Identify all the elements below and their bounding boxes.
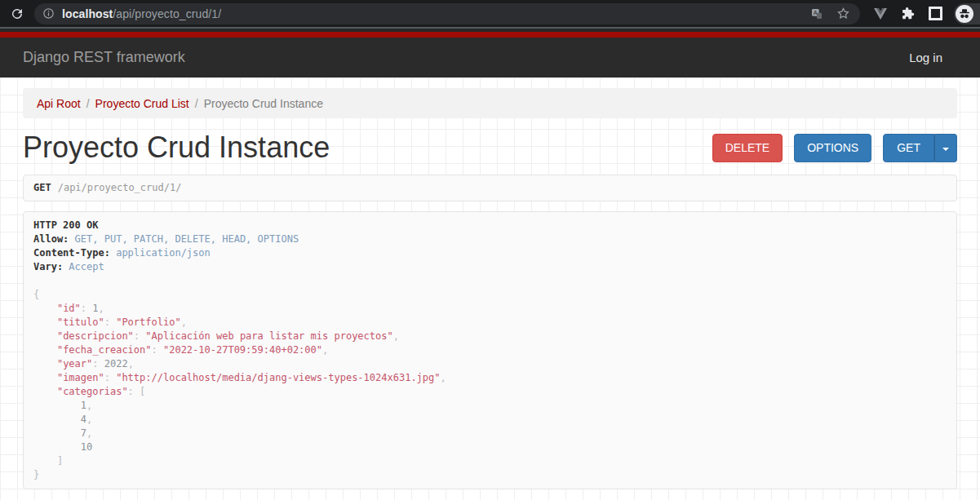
json-url-link[interactable]: "http://localhost/media/djang-views-type…	[116, 372, 440, 383]
url-text: localhost/api/proyecto_crud/1/	[62, 7, 221, 20]
json-line: 7,	[33, 427, 947, 440]
json-token: "year"	[57, 358, 92, 369]
json-token: :	[134, 330, 145, 342]
response-status-line: HTTP 200 OK	[33, 219, 947, 232]
response-header-row: Vary: Accept	[33, 260, 947, 274]
json-token: 2022	[104, 358, 128, 369]
response-info: HTTP 200 OK Allow: GET, PUT, PATCH, DELE…	[23, 211, 957, 489]
json-line: 4,	[33, 413, 947, 427]
json-token: "imagen"	[57, 372, 104, 383]
json-token: 4	[81, 414, 86, 425]
title-row: Proyecto Crud Instance DELETE OPTIONS GE…	[23, 132, 957, 164]
breadcrumb-current: Proyecto Crud Instance	[204, 97, 323, 110]
json-line: 10	[33, 440, 947, 454]
bookmark-star-icon[interactable]	[836, 7, 850, 20]
accent-stripe	[0, 32, 980, 38]
breadcrumb-separator: /	[195, 97, 198, 110]
breadcrumb-link-api-root[interactable]: Api Root	[37, 97, 81, 110]
vue-devtools-extension-icon[interactable]	[874, 8, 887, 20]
json-token	[33, 427, 81, 439]
square-extension-icon[interactable]	[929, 7, 942, 20]
login-link[interactable]: Log in	[909, 51, 942, 64]
json-token	[33, 316, 57, 328]
response-header-row: Content-Type: application/json	[33, 246, 947, 260]
json-token	[33, 358, 57, 369]
json-token: [	[140, 386, 145, 397]
get-format-dropdown-button[interactable]	[934, 134, 957, 162]
json-line: "fecha_creacion": "2022-10-27T09:59:40+0…	[33, 343, 947, 357]
json-line: "imagen": "http://localhost/media/djang-…	[33, 371, 947, 385]
json-token: 10	[81, 441, 92, 453]
json-token: "descripcion"	[57, 330, 134, 342]
blank-line	[33, 274, 947, 288]
json-token: ,	[86, 400, 92, 411]
json-token: ,	[393, 330, 399, 342]
action-buttons: DELETE OPTIONS GET	[712, 134, 957, 162]
json-token	[33, 344, 57, 356]
translate-icon[interactable]: A	[810, 7, 823, 20]
drf-navbar: Django REST framework Log in	[0, 38, 980, 77]
json-token: "titulo"	[57, 316, 104, 328]
json-line: "year": 2022,	[33, 357, 947, 371]
url-host: localhost	[62, 7, 113, 20]
header-value: Accept	[69, 261, 104, 272]
breadcrumb: Api Root / Proyecto Crud List / Proyecto…	[23, 88, 957, 118]
request-path: /api/proyecto_crud/1/	[58, 182, 182, 193]
json-token	[33, 455, 57, 467]
get-button[interactable]: GET	[883, 134, 934, 162]
json-token: ,	[86, 414, 92, 425]
json-token: {	[33, 289, 39, 300]
json-token: "Aplicación web para listar mis proyecto…	[145, 330, 392, 342]
breadcrumb-link-proyecto-crud-list[interactable]: Proyecto Crud List	[95, 97, 189, 110]
header-name: Vary:	[33, 261, 63, 272]
json-line: 1,	[33, 399, 947, 413]
site-info-icon[interactable]	[42, 7, 55, 20]
reload-icon[interactable]	[7, 4, 27, 24]
json-line: ]	[33, 454, 947, 468]
json-line: "descripcion": "Aplicación web para list…	[33, 330, 947, 343]
header-name: Allow:	[33, 233, 69, 245]
json-token	[33, 372, 57, 383]
header-value: application/json	[116, 247, 211, 259]
json-token: ]	[57, 455, 63, 467]
get-split-button: GET	[883, 134, 957, 162]
json-token: ,	[181, 316, 187, 328]
json-token: "Portfolio"	[116, 316, 180, 328]
json-token: 1	[81, 400, 86, 411]
json-line: }	[33, 468, 947, 482]
incognito-badge: Inco	[954, 3, 980, 24]
json-token	[33, 441, 81, 453]
json-token: :	[128, 386, 140, 397]
extensions-puzzle-icon[interactable]	[901, 7, 915, 20]
json-token	[33, 330, 57, 342]
json-token: :	[92, 358, 104, 369]
header-name: Content-Type:	[33, 247, 110, 259]
json-token: ,	[441, 372, 446, 383]
json-token: ,	[128, 358, 134, 369]
json-token: "2022-10-27T09:59:40+02:00"	[163, 344, 322, 356]
page-title: Proyecto Crud Instance	[23, 132, 330, 164]
json-line: "titulo": "Portfolio",	[33, 316, 947, 330]
header-value: GET, PUT, PATCH, DELETE, HEAD, OPTIONS	[75, 233, 299, 245]
breadcrumb-separator: /	[86, 97, 90, 110]
json-token: :	[81, 303, 92, 314]
json-token: 7	[81, 427, 86, 439]
options-button[interactable]: OPTIONS	[794, 134, 871, 162]
response-body-json: { "id": 1, "titulo": "Portfolio", "descr…	[33, 288, 947, 482]
json-token	[33, 414, 81, 425]
url-bar[interactable]: localhost/api/proyecto_crud/1/ A	[34, 3, 860, 24]
json-token: "id"	[57, 303, 81, 314]
brand-title[interactable]: Django REST framework	[23, 49, 185, 66]
delete-button[interactable]: DELETE	[712, 134, 783, 162]
browser-toolbar: localhost/api/proyecto_crud/1/ A Inco	[0, 0, 980, 27]
json-token: ,	[322, 344, 328, 356]
json-token	[33, 400, 81, 411]
response-headers: Allow: GET, PUT, PATCH, DELETE, HEAD, OP…	[33, 232, 947, 274]
json-line: "categorias": [	[33, 385, 947, 399]
json-line: {	[33, 288, 947, 302]
json-token: "fecha_creacion"	[57, 344, 152, 356]
json-token: 1	[92, 303, 98, 314]
json-token: :	[104, 316, 116, 328]
response-header-row: Allow: GET, PUT, PATCH, DELETE, HEAD, OP…	[33, 232, 947, 246]
caret-down-icon	[942, 148, 949, 151]
